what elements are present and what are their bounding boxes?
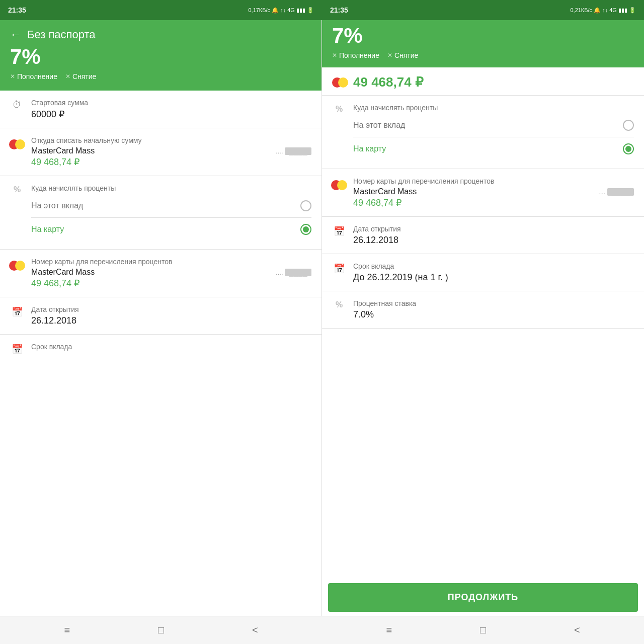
sum-icon: ⏱ (10, 99, 24, 110)
open-date-label-right: Дата открытия (353, 225, 634, 233)
rate-icon-right: % (332, 299, 346, 309)
left-panel: ← Без паспорта 7% ✕ Пополнение ✕ Снятие … (0, 20, 322, 616)
balance-right-header: 49 468,74 ₽ (353, 74, 424, 90)
bottom-nav: ≡ □ < ≡ □ < (0, 616, 644, 644)
source-card-section: Откуда списать начальную сумму MasterCar… (0, 128, 321, 176)
rate-value-right: 7.0% (353, 309, 634, 320)
interest-card-name-left: MasterCard Mass .... ████ (31, 268, 311, 277)
card-number-label-right: Номер карты для перечисления процентов (353, 177, 634, 185)
option-deposit-label-left: На этот вклад (31, 201, 83, 210)
deposit-tag-right: ✕ Пополнение (332, 51, 379, 59)
back-button[interactable]: ← (10, 28, 21, 41)
interest-section-left: % Куда начислять проценты На этот вклад … (0, 176, 321, 250)
source-label: Откуда списать начальную сумму (31, 136, 311, 144)
status-bar: 21:35 0,17КБ/с 🔔 ↑↓ 4G ▮▮▮ 🔋 21:35 0,21К… (0, 0, 644, 20)
rate-label-right: Процентная ставка (353, 299, 634, 307)
feature-tags-left: ✕ Пополнение ✕ Снятие (10, 72, 311, 80)
left-panel-body: ⏱ Стартовая сумма 60000 ₽ (0, 91, 321, 616)
home-icon-left[interactable]: □ (158, 624, 164, 636)
interest-section-right: % Куда начислять проценты На этот вклад … (322, 96, 644, 169)
withdraw-x-icon-right: ✕ (387, 52, 392, 59)
interest-card-icon-left (10, 258, 24, 271)
open-date-section-right: 📅 Дата открытия 26.12.2018 (322, 217, 644, 254)
open-date-value-right: 26.12.2018 (353, 235, 634, 246)
date-icon-left: 📅 (10, 305, 24, 317)
radio-card-circle-right[interactable] (623, 143, 634, 154)
interest-card-section-left: Номер карты для перечисления процентов M… (0, 250, 321, 297)
time-left: 21:35 (8, 6, 26, 14)
deposit-x-icon-right: ✕ (332, 52, 337, 59)
open-date-section-left: 📅 Дата открытия 26.12.2018 (0, 297, 321, 335)
radio-deposit-circle-left[interactable] (300, 200, 311, 211)
open-date-value-left: 26.12.2018 (31, 315, 311, 326)
term-icon-left: 📅 (10, 343, 24, 355)
menu-icon-left[interactable]: ≡ (64, 624, 70, 636)
source-card-balance: 49 468,74 ₽ (31, 156, 311, 168)
term-label-right: Срок вклада (353, 262, 634, 270)
term-section-left: 📅 Срок вклада (0, 335, 321, 363)
status-icons-right: 0,21КБ/с 🔔 ↑↓ 4G ▮▮▮ 🔋 (570, 7, 636, 14)
term-value-right: До 26.12.2019 (на 1 г. ) (353, 272, 634, 283)
radio-card-left[interactable]: На карту (31, 218, 311, 241)
source-icon (10, 136, 24, 149)
interest-label-right: Куда начислять проценты (353, 104, 634, 112)
interest-card-dots-right: .... ████ (598, 188, 634, 196)
interest-card-name-right: MasterCard Mass .... ████ (353, 187, 634, 196)
deposit-x-icon: ✕ (10, 73, 15, 80)
source-card-dots: .... ████ (276, 147, 311, 155)
percent-icon-right: % (332, 104, 346, 114)
bottom-nav-right: ≡ □ < (322, 616, 644, 644)
radio-card-circle-left[interactable] (300, 224, 311, 235)
interest-card-balance-right: 49 468,74 ₽ (353, 197, 634, 208)
withdraw-x-icon: ✕ (65, 73, 70, 80)
right-panel-bottom: ПРОДОЛЖИТЬ (322, 579, 644, 616)
withdraw-tag-right: ✕ Снятие (387, 51, 418, 59)
term-label-left: Срок вклада (31, 343, 311, 351)
status-bar-right: 21:35 0,21КБ/с 🔔 ↑↓ 4G ▮▮▮ 🔋 (322, 0, 644, 20)
right-panel-wrapper: 7% ✕ Пополнение ✕ Снятие (322, 20, 644, 616)
time-right: 21:35 (330, 6, 348, 14)
option-card-label-left: На карту (31, 225, 64, 234)
menu-icon-right[interactable]: ≡ (386, 624, 392, 636)
interest-card-icon-right (332, 177, 346, 190)
card-number-label-left: Номер карты для перечисления процентов (31, 258, 311, 266)
bottom-nav-left: ≡ □ < (0, 616, 322, 644)
mc-logo-right-header (332, 77, 348, 88)
home-icon-right[interactable]: □ (480, 624, 486, 636)
back-icon-right[interactable]: < (574, 624, 580, 636)
rate-section-right: % Процентная ставка 7.0% (322, 291, 644, 329)
right-header: 7% ✕ Пополнение ✕ Снятие (322, 20, 644, 67)
radio-card-right[interactable]: На карту (353, 137, 634, 160)
interest-card-balance-left: 49 468,74 ₽ (31, 278, 311, 289)
term-icon-right: 📅 (332, 262, 346, 274)
deposit-tag: ✕ Пополнение (10, 72, 57, 80)
option-deposit-label-right: На этот вклад (353, 121, 405, 130)
continue-button[interactable]: ПРОДОЛЖИТЬ (328, 583, 638, 612)
open-date-label-left: Дата открытия (31, 305, 311, 313)
percent-icon-left: % (10, 184, 24, 194)
left-header: ← Без паспорта 7% ✕ Пополнение ✕ Снятие (0, 20, 321, 91)
date-icon-right: 📅 (332, 225, 346, 237)
source-card-name: MasterCard Mass .... ████ (31, 146, 311, 155)
starting-sum-value: 60000 ₽ (31, 109, 311, 120)
status-bar-left: 21:35 0,17КБ/с 🔔 ↑↓ 4G ▮▮▮ 🔋 (0, 0, 322, 20)
main-content: ← Без паспорта 7% ✕ Пополнение ✕ Снятие … (0, 20, 644, 616)
withdraw-tag: ✕ Снятие (65, 72, 96, 80)
back-icon-left[interactable]: < (252, 624, 258, 636)
starting-sum-label: Стартовая сумма (31, 99, 311, 107)
page-title: Без паспорта (27, 28, 96, 41)
term-section-right: 📅 Срок вклада До 26.12.2019 (на 1 г. ) (322, 254, 644, 291)
feature-tags-right: ✕ Пополнение ✕ Снятие (332, 51, 634, 59)
starting-sum-section: ⏱ Стартовая сумма 60000 ₽ (0, 91, 321, 128)
status-icons-left: 0,17КБ/с 🔔 ↑↓ 4G ▮▮▮ 🔋 (248, 7, 314, 14)
interest-card-dots-left: .... ████ (276, 269, 311, 276)
radio-deposit-right[interactable]: На этот вклад (353, 114, 634, 137)
option-card-label-right: На карту (353, 144, 386, 153)
right-panel: 7% ✕ Пополнение ✕ Снятие (322, 20, 644, 579)
interest-label-left: Куда начислять проценты (31, 184, 311, 192)
interest-rate-left: 7% (10, 45, 311, 68)
radio-deposit-circle-right[interactable] (623, 120, 634, 131)
interest-card-section-right: Номер карты для перечисления процентов M… (322, 169, 644, 217)
radio-deposit-left[interactable]: На этот вклад (31, 194, 311, 217)
interest-rate-right: 7% (332, 24, 363, 47)
